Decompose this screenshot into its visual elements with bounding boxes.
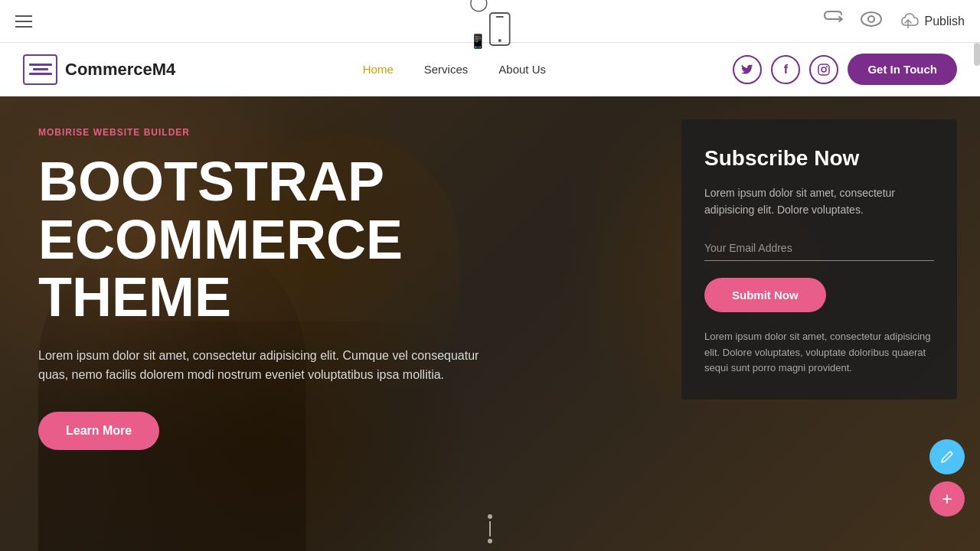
- nav-links: Home Services About Us: [363, 63, 546, 76]
- undo-icon[interactable]: [824, 11, 845, 31]
- hero-content: MOBIRISE WEBSITE BUILDER BOOTSTRAP ECOMM…: [0, 96, 681, 481]
- hero-title-line3: THEME: [38, 266, 231, 328]
- add-icon: +: [942, 490, 952, 508]
- fab-add-button[interactable]: +: [929, 481, 965, 517]
- logo-bar-3: [29, 73, 52, 75]
- nav-link-about[interactable]: About Us: [498, 63, 546, 76]
- get-in-touch-button[interactable]: Get In Touch: [848, 54, 957, 85]
- submit-button[interactable]: Submit Now: [704, 278, 826, 312]
- nav-link-services[interactable]: Services: [424, 63, 469, 76]
- phone-frame-icon[interactable]: [489, 12, 511, 46]
- svg-point-1: [498, 39, 501, 42]
- hero-section: MOBIRISE WEBSITE BUILDER BOOTSTRAP ECOMM…: [0, 96, 980, 551]
- svg-line-9: [950, 452, 952, 454]
- fab-pencil-button[interactable]: [929, 439, 965, 474]
- nav-socials: f: [733, 55, 838, 84]
- publish-label: Publish: [925, 15, 965, 28]
- subscribe-description: Lorem ipsum dolor sit amet, consectetur …: [704, 184, 934, 219]
- logo-bar-2: [33, 68, 48, 70]
- publish-cloud-icon: [897, 11, 919, 31]
- logo-text: CommerceM4: [65, 60, 175, 80]
- hero-title-line1: BOOTSTRAP: [38, 151, 384, 212]
- svg-point-8: [826, 66, 828, 67]
- nav-right: f Get In Touch: [733, 54, 957, 85]
- toolbar-right: Publish: [824, 11, 965, 31]
- scroll-line: [489, 521, 491, 536]
- svg-rect-6: [818, 64, 829, 75]
- toolbar: ◯📱 Publish: [0, 0, 980, 43]
- toolbar-center: ◯📱: [469, 0, 511, 51]
- logo-icon: [23, 54, 57, 85]
- nav-link-home[interactable]: Home: [363, 63, 394, 76]
- svg-point-3: [861, 12, 881, 26]
- hero-description: Lorem ipsum dolor sit amet, consectetur …: [38, 346, 498, 385]
- social-twitter-button[interactable]: [733, 55, 762, 84]
- svg-point-4: [868, 16, 874, 22]
- logo-bar-1: [29, 64, 52, 66]
- toolbar-left: [15, 15, 32, 28]
- scroll-dot: [488, 514, 492, 519]
- publish-button[interactable]: Publish: [897, 11, 965, 31]
- social-instagram-button[interactable]: [809, 55, 838, 84]
- email-input[interactable]: [704, 236, 934, 261]
- hero-title: BOOTSTRAP ECOMMERCE THEME: [38, 153, 643, 327]
- hero-title-line2: ECOMMERCE: [38, 209, 403, 270]
- svg-point-7: [822, 67, 826, 72]
- facebook-icon: f: [784, 63, 788, 77]
- scrollbar-hint[interactable]: [974, 43, 980, 66]
- mobile-preview-icon[interactable]: ◯📱: [469, 0, 488, 50]
- preview-eye-icon[interactable]: [861, 11, 882, 31]
- subscribe-card: Subscribe Now Lorem ipsum dolor sit amet…: [681, 119, 957, 399]
- learn-more-button[interactable]: Learn More: [38, 412, 159, 450]
- hamburger-icon[interactable]: [15, 15, 32, 28]
- subscribe-title: Subscribe Now: [704, 146, 934, 171]
- subscribe-footer: Lorem ipsum dolor sit amet, consectetur …: [704, 329, 934, 377]
- scroll-dot-2: [488, 539, 492, 543]
- site-nav: CommerceM4 Home Services About Us f Get …: [0, 43, 980, 96]
- scroll-indicator: [488, 514, 492, 543]
- social-facebook-button[interactable]: f: [771, 55, 800, 84]
- site-logo: CommerceM4: [23, 54, 175, 85]
- hero-tag: MOBIRISE WEBSITE BUILDER: [38, 127, 643, 138]
